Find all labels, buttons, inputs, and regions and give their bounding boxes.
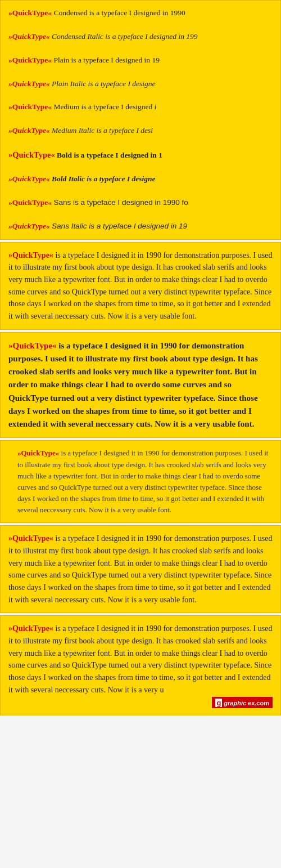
body-paragraph-medium: »QuickType« is a typeface I designed it … xyxy=(8,533,273,606)
brand-label: »QuickType« xyxy=(8,79,50,88)
body-text-section-2: »QuickType« is a typeface I designed it … xyxy=(0,242,281,330)
list-item: »QuickType« Plain Italic is a typeface I… xyxy=(8,78,273,90)
list-item: »QuickType« Condensed Italic is a typefa… xyxy=(8,31,273,43)
list-item: »QuickType« Plain is a typeface I design… xyxy=(8,55,273,66)
variant-text: Condensed is a typeface I designed in 19… xyxy=(53,8,185,17)
brand-label: »QuickType« xyxy=(8,198,52,207)
variant-text: Bold Italic is a typeface I designe xyxy=(52,175,155,183)
watermark-badge: g graphicex.com xyxy=(212,697,273,708)
brand-label: »QuickType« xyxy=(8,624,53,633)
brand-label: »QuickType« xyxy=(8,175,50,183)
brand-label: »QuickType« xyxy=(8,341,57,350)
variant-text: Medium is a typeface I designed i xyxy=(53,102,156,111)
brand-label: »QuickType« xyxy=(8,222,50,230)
brand-label: »QuickType« xyxy=(8,534,53,543)
brand-label: »QuickType« xyxy=(17,449,59,457)
variant-text: Sans is a typeface I designed in 1990 fo xyxy=(53,198,188,207)
body-paragraph-last: »QuickType« is a typeface I designed it … xyxy=(8,623,273,696)
variant-text: Plain Italic is a typeface I designe xyxy=(52,79,155,88)
brand-label: »QuickType« xyxy=(8,32,50,41)
variant-text: Sans Italic is a typeface I designed in … xyxy=(52,222,187,230)
watermark-row: g graphicex.com xyxy=(8,697,273,708)
body-text-section-4: »QuickType« is a typeface I designed it … xyxy=(0,440,281,523)
brand-label: »QuickType« xyxy=(8,126,50,135)
list-item: »QuickType« Sans Italic is a typeface I … xyxy=(8,221,273,232)
variant-text: Bold is a typeface I designed in 1 xyxy=(57,151,162,159)
list-item: »QuickType« Medium is a typeface I desig… xyxy=(8,101,273,113)
brand-label: »QuickType« xyxy=(8,150,55,159)
body-paragraph: »QuickType« is a typeface I designed it … xyxy=(8,249,273,323)
list-item: »QuickType« Medium Italic is a typeface … xyxy=(8,125,273,137)
body-text-section-3: »QuickType« is a typeface I designed it … xyxy=(0,332,281,439)
variant-text: Medium Italic is a typeface I desi xyxy=(52,126,153,135)
list-item: »QuickType« Bold is a typeface I designe… xyxy=(8,149,273,162)
font-list: »QuickType« Condensed is a typeface I de… xyxy=(8,7,273,232)
body-paragraph-bold: »QuickType« is a typeface I designed it … xyxy=(8,339,273,431)
list-item: »QuickType« Sans is a typeface I designe… xyxy=(8,197,273,209)
watermark-suffix: ex.com xyxy=(248,700,269,706)
list-item: »QuickType« Condensed is a typeface I de… xyxy=(8,7,273,19)
brand-label: »QuickType« xyxy=(8,251,53,259)
body-text-section-5: »QuickType« is a typeface I designed it … xyxy=(0,525,281,613)
body-text-section-6: »QuickType« is a typeface I designed it … xyxy=(0,615,281,715)
font-list-section: »QuickType« Condensed is a typeface I de… xyxy=(0,0,281,240)
brand-label: »QuickType« xyxy=(8,8,52,17)
watermark-g: g xyxy=(215,699,222,707)
list-item: »QuickType« Bold Italic is a typeface I … xyxy=(8,173,273,185)
variant-text: Condensed Italic is a typeface I designe… xyxy=(52,32,197,41)
watermark-text: graphic xyxy=(224,700,246,706)
variant-text: Plain is a typeface I designed in 19 xyxy=(53,56,160,64)
brand-label: »QuickType« xyxy=(8,56,52,64)
brand-label: »QuickType« xyxy=(8,102,52,111)
body-paragraph-small: »QuickType« is a typeface I designed it … xyxy=(8,448,273,516)
